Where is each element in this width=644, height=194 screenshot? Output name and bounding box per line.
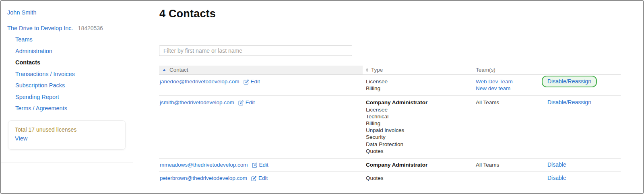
edit-link-label: Edit bbox=[258, 175, 268, 182]
contact-cell: mmeadows@thedrivetodevelop.com Edit bbox=[159, 159, 363, 171]
table-row: jsmith@thedrivetodevelop.com Edit Compan… bbox=[159, 96, 621, 159]
org-id: 18420536 bbox=[78, 25, 103, 31]
sidebar: John Smith The Drive to Develop Inc.1842… bbox=[1, 1, 159, 193]
type-value: Billing bbox=[366, 85, 469, 92]
edit-link[interactable]: Edit bbox=[251, 175, 268, 182]
edit-link[interactable]: Edit bbox=[244, 78, 260, 85]
contacts-table: Contact Type Team(s) janedoe@thedrivetod… bbox=[159, 66, 621, 185]
contact-email-link[interactable]: jsmith@thedrivetodevelop.com bbox=[160, 99, 234, 106]
team-link[interactable]: New dev team bbox=[476, 85, 541, 92]
table-row: mmeadows@thedrivetodevelop.com Edit Comp… bbox=[159, 159, 621, 172]
edit-icon bbox=[244, 79, 249, 85]
team-cell bbox=[473, 172, 544, 185]
sort-ascending-icon bbox=[163, 69, 166, 71]
contact-email-link[interactable]: peterbrown@thedrivetodevelop.com bbox=[160, 175, 247, 182]
column-header-type[interactable]: Type bbox=[363, 66, 473, 74]
team-cell: All Teams bbox=[473, 159, 544, 171]
app-window: John Smith The Drive to Develop Inc.1842… bbox=[0, 0, 644, 194]
sidebar-item-spending-report[interactable]: Spending Report bbox=[15, 94, 75, 100]
sidebar-nav: TeamsAdministrationContactsTransactions … bbox=[15, 37, 75, 117]
team-text: All Teams bbox=[476, 161, 541, 168]
org-name-link[interactable]: The Drive to Develop Inc. bbox=[7, 25, 73, 31]
org-row: The Drive to Develop Inc.18420536 bbox=[7, 25, 103, 31]
team-link[interactable]: Web Dev Team bbox=[476, 78, 541, 85]
team-cell: Web Dev TeamNew dev team bbox=[473, 75, 544, 95]
action-link[interactable]: Disable/Reassign bbox=[547, 99, 591, 105]
edit-link[interactable]: Edit bbox=[238, 99, 255, 106]
sortable-icon bbox=[366, 68, 368, 72]
sidebar-divider bbox=[1, 163, 133, 163]
action-cell: Disable/Reassign bbox=[544, 75, 621, 95]
type-value: Quotes bbox=[366, 175, 469, 182]
edit-icon bbox=[252, 162, 257, 168]
contact-email-link[interactable]: janedoe@thedrivetodevelop.com bbox=[160, 78, 239, 85]
type-value: Technical bbox=[366, 113, 469, 120]
type-value: Company Administrator bbox=[366, 161, 469, 168]
edit-link-label: Edit bbox=[251, 78, 260, 85]
contact-email-link[interactable]: mmeadows@thedrivetodevelop.com bbox=[160, 161, 248, 168]
sidebar-item-teams[interactable]: Teams bbox=[15, 37, 75, 43]
column-header-actions bbox=[544, 66, 621, 74]
type-value: Quotes bbox=[366, 148, 469, 155]
sidebar-item-transactions-invoices[interactable]: Transactions / Invoices bbox=[15, 71, 75, 77]
user-name-link[interactable]: John Smith bbox=[7, 9, 37, 16]
action-cell: Disable/Reassign bbox=[544, 96, 621, 158]
type-cell: LicenseeBilling bbox=[363, 75, 473, 95]
type-value: Billing bbox=[366, 120, 469, 127]
edit-icon bbox=[251, 175, 256, 181]
contact-cell: jsmith@thedrivetodevelop.com Edit bbox=[159, 96, 363, 158]
action-link-highlighted[interactable]: Disable/Reassign bbox=[542, 76, 597, 87]
type-value: Licensee bbox=[366, 106, 469, 113]
type-value: Unpaid invoices bbox=[366, 127, 469, 134]
type-value: Licensee bbox=[366, 78, 469, 85]
sidebar-item-subscription-packs[interactable]: Subscription Packs bbox=[15, 83, 75, 89]
edit-link-label: Edit bbox=[259, 161, 268, 168]
column-header-teams-label: Team(s) bbox=[476, 67, 495, 73]
edit-icon bbox=[238, 100, 244, 105]
table-row: janedoe@thedrivetodevelop.com Edit Licen… bbox=[159, 75, 621, 96]
type-cell: Quotes bbox=[363, 172, 473, 185]
table-header-row: Contact Type Team(s) bbox=[159, 66, 621, 75]
edit-link-label: Edit bbox=[246, 99, 255, 106]
type-cell: Company Administrator bbox=[363, 159, 473, 171]
table-row: peterbrown@thedrivetodevelop.com Edit Qu… bbox=[159, 172, 621, 185]
column-header-teams: Team(s) bbox=[473, 66, 544, 74]
contact-cell: janedoe@thedrivetodevelop.com Edit bbox=[159, 75, 363, 95]
type-value: Data Protection bbox=[366, 141, 469, 148]
edit-link[interactable]: Edit bbox=[252, 161, 268, 168]
column-header-contact[interactable]: Contact bbox=[159, 66, 363, 74]
sidebar-item-terms-agreements[interactable]: Terms / Agreements bbox=[15, 105, 75, 111]
type-value: Security bbox=[366, 134, 469, 140]
sidebar-item-contacts[interactable]: Contacts bbox=[15, 60, 75, 66]
team-text: All Teams bbox=[476, 99, 541, 106]
contacts-table-body: janedoe@thedrivetodevelop.com Edit Licen… bbox=[159, 75, 621, 185]
sidebar-item-administration[interactable]: Administration bbox=[15, 48, 75, 54]
unused-licenses-text: Total 17 unused licenses bbox=[15, 126, 119, 133]
team-cell: All Teams bbox=[473, 96, 544, 158]
action-link[interactable]: Disable bbox=[547, 175, 566, 181]
action-cell: Disable bbox=[544, 172, 621, 185]
action-cell: Disable bbox=[544, 159, 621, 171]
type-cell: Company AdministratorLicenseeTechnicalBi… bbox=[363, 96, 473, 158]
column-header-contact-label: Contact bbox=[169, 67, 188, 73]
contact-cell: peterbrown@thedrivetodevelop.com Edit bbox=[159, 172, 363, 185]
action-link[interactable]: Disable bbox=[547, 161, 566, 168]
column-header-type-label: Type bbox=[371, 67, 383, 73]
main-content: 4 Contacts Contact Type Team(s) janedoe@… bbox=[159, 1, 630, 193]
type-value: Company Administrator bbox=[366, 99, 469, 106]
filter-input[interactable] bbox=[159, 45, 352, 56]
page-title: 4 Contacts bbox=[159, 8, 216, 20]
view-licenses-link[interactable]: View bbox=[15, 135, 27, 142]
unused-licenses-card: Total 17 unused licenses View bbox=[8, 120, 126, 150]
